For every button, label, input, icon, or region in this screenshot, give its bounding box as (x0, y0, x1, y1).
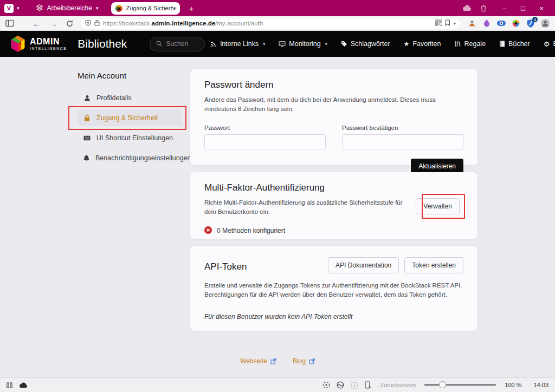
password-input[interactable] (204, 134, 326, 149)
browser-tab-bar: V ▾ Arbeitsbereiche ▾ B Zugang & Sicherh… (0, 0, 555, 16)
zoom-slider-handle[interactable] (439, 381, 446, 388)
clock: 14:03 (533, 382, 548, 388)
bookmark-caret-icon[interactable]: ▾ (454, 21, 456, 26)
update-password-button[interactable]: Aktualisieren (411, 159, 463, 174)
password-card-description: Ändere das Passwort, mit dem du dich bei… (204, 95, 463, 114)
trash-icon[interactable] (480, 5, 487, 12)
dev-device-icon[interactable] (365, 381, 371, 389)
external-link-icon (270, 358, 276, 364)
mfa-card-description: Richte Multi-Faktor-Authentifizierung al… (204, 198, 413, 217)
back-button[interactable]: ← (33, 19, 41, 28)
browser-profile-avatar[interactable] (541, 19, 550, 28)
nav-item-label: Einstellungen (553, 40, 555, 48)
password-card-title: Passwort ändern (204, 80, 463, 90)
workspace-switcher[interactable]: Arbeitsbereiche ▾ (34, 4, 101, 13)
sidebar-item-label: Zugang & Sicherheit (96, 114, 158, 122)
tag-icon (341, 41, 347, 47)
rss-icon (210, 41, 217, 47)
sidebar-item-label: UI Shortcut Einstellungen (96, 134, 173, 142)
status-cloud-icon[interactable] (19, 382, 28, 388)
nav-item-label: interne Links (220, 40, 259, 48)
sidebar-item-profildetails[interactable]: Profildetails (78, 90, 182, 106)
capture-page-icon[interactable] (322, 381, 330, 389)
page-footer: Webseite Blog (0, 357, 555, 365)
nav-item-favoriten[interactable]: ★ Favoriten (404, 40, 441, 48)
page-content: Mein Account Profildetails Zugang & Sich… (0, 57, 555, 377)
bookmark-icon[interactable] (445, 18, 450, 28)
search-box[interactable] (150, 37, 205, 51)
sidebar-item-benachrichtigungen[interactable]: Benachrichtigungseinstellungen (78, 150, 182, 166)
zoom-level: 100 % (505, 382, 521, 388)
nav-item-buecher[interactable]: Bücher (499, 40, 530, 48)
logo-cube-icon (10, 35, 26, 53)
qr-code-icon[interactable] (435, 18, 442, 28)
zoom-slider-track[interactable] (424, 384, 496, 386)
star-icon: ★ (404, 40, 410, 48)
vivaldi-menu-button[interactable]: V (4, 4, 14, 13)
panel-tiles-icon[interactable] (7, 382, 12, 388)
nav-item-monitoring[interactable]: Monitoring ▾ (279, 40, 327, 48)
search-input[interactable] (166, 40, 198, 48)
header-nav: interne Links ▾ Monitoring ▾ Schlagwörte… (210, 37, 555, 50)
extension-aperture-icon[interactable] (512, 19, 520, 28)
vivaldi-menu-caret-icon[interactable]: ▾ (17, 5, 20, 11)
nav-item-label: Regale (464, 40, 486, 48)
url-scheme: https://bookstack. (103, 20, 152, 27)
browser-status-bar: Zurücksetzen 100 % 14:03 (0, 377, 555, 392)
zoom-reset-button[interactable]: Zurücksetzen (380, 382, 416, 388)
extension-eye-icon[interactable] (497, 19, 506, 28)
side-panel-toggle-icon[interactable] (5, 19, 14, 27)
sidebar-item-ui-shortcuts[interactable]: UI Shortcut Einstellungen (78, 130, 182, 146)
maximize-button[interactable]: □ (514, 4, 532, 12)
padlock-icon[interactable] (94, 18, 100, 28)
logo-line1: ADMIN (30, 37, 67, 46)
api-docs-button[interactable]: API Dokumentation (328, 257, 399, 273)
app-title[interactable]: Bibliothek (78, 37, 127, 50)
create-token-button[interactable]: Token erstellen (404, 257, 463, 273)
admin-intelligence-logo[interactable]: ADMIN INTELLIGENCE (10, 35, 67, 53)
sidebar-item-zugang-sicherheit[interactable]: Zugang & Sicherheit (78, 110, 182, 126)
extension-badge: 4 (532, 17, 538, 22)
external-link-icon (309, 358, 315, 364)
tracker-shield-icon[interactable] (85, 18, 91, 28)
api-token-card: API-Token API Dokumentation Token erstel… (190, 246, 477, 331)
extension-user-icon[interactable] (468, 19, 476, 28)
nav-item-regale[interactable]: Regale (454, 40, 486, 48)
tab-title: Zugang & Sicherheit | Bibli (126, 5, 176, 11)
page-image-toggle-icon[interactable] (337, 381, 344, 389)
browser-address-bar: ← → https://bookstack.admin-intelligence… (0, 16, 555, 31)
reload-button[interactable] (66, 20, 73, 27)
nav-item-interne-links[interactable]: interne Links ▾ (210, 40, 265, 48)
website-link-label: Webseite (240, 357, 267, 365)
api-empty-note: Für diesen Benutzer wurden kein API-Toke… (204, 313, 463, 321)
chevron-down-icon: ▾ (325, 42, 327, 47)
url-field[interactable]: https://bookstack.admin-intelligence.de/… (80, 18, 461, 29)
bell-icon (83, 155, 89, 161)
workspace-label: Arbeitsbereiche (47, 4, 92, 12)
close-button[interactable]: × (532, 4, 551, 12)
nav-item-label: Bücher (508, 40, 530, 48)
forward-button[interactable]: → (49, 19, 57, 28)
reader-view-icon[interactable] (351, 382, 358, 389)
sidebar-item-label: Profildetails (96, 94, 132, 102)
extension-shield-icon[interactable]: 4 (526, 19, 535, 28)
new-tab-button[interactable]: + (189, 4, 193, 13)
zoom-slider[interactable] (424, 381, 496, 389)
active-tab[interactable]: B Zugang & Sicherheit | Bibli (111, 2, 180, 15)
password-confirm-label: Passwort bestätigen (342, 125, 463, 131)
extension-flame-icon[interactable] (482, 19, 491, 28)
nav-item-label: Schlagwörter (351, 40, 390, 48)
mfa-manage-button[interactable]: Verwalten (416, 198, 460, 214)
chevron-down-icon: ▾ (263, 42, 265, 47)
nav-item-schlagwoerter[interactable]: Schlagwörter (341, 40, 390, 48)
bookshelf-icon (454, 41, 461, 47)
sync-cloud-icon[interactable] (462, 5, 472, 11)
nav-item-label: Monitoring (289, 40, 320, 48)
workspaces-icon (36, 4, 43, 13)
minimize-button[interactable]: – (495, 4, 514, 12)
website-link[interactable]: Webseite (240, 357, 276, 365)
password-confirm-input[interactable] (342, 134, 463, 149)
nav-item-einstellungen[interactable]: ⚙ Einstellungen (544, 40, 555, 48)
blog-link[interactable]: Blog (293, 357, 315, 365)
bookstack-favicon: B (115, 5, 122, 12)
